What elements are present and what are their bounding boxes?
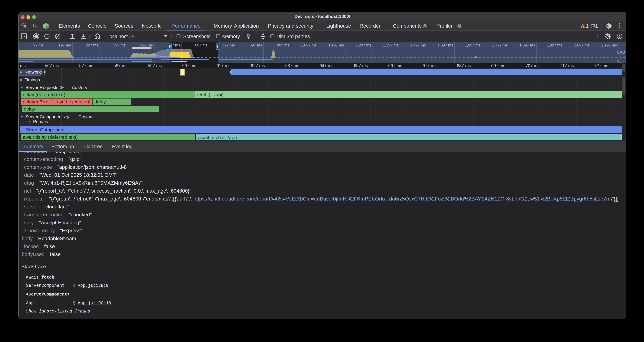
svg-text:?: ? — [619, 35, 621, 38]
